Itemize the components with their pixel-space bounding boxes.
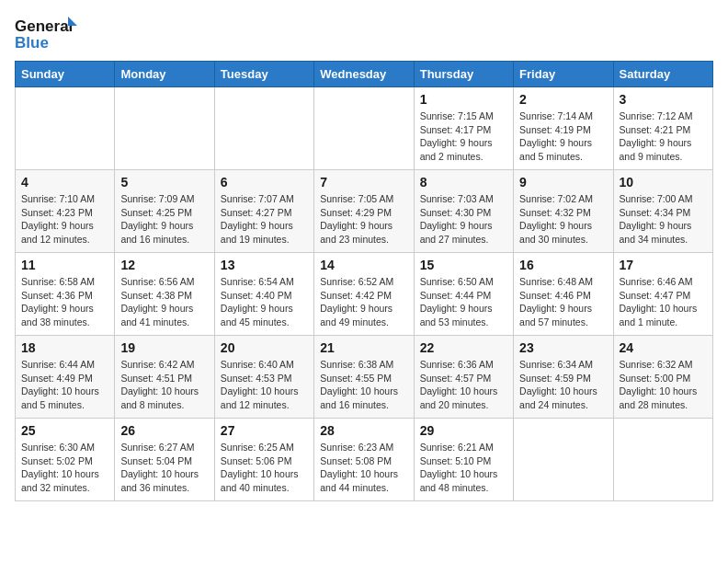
calendar-cell: 21Sunrise: 6:38 AMSunset: 4:55 PMDayligh… bbox=[314, 336, 414, 419]
day-number: 12 bbox=[120, 258, 208, 272]
calendar-week-4: 25Sunrise: 6:30 AMSunset: 5:02 PMDayligh… bbox=[16, 419, 713, 501]
weekday-header-monday: Monday bbox=[115, 62, 214, 87]
day-number: 22 bbox=[420, 340, 507, 355]
day-info: Sunrise: 6:44 AMSunset: 4:49 PMDaylight:… bbox=[21, 358, 108, 412]
calendar-cell: 8Sunrise: 7:03 AMSunset: 4:30 PMDaylight… bbox=[414, 170, 513, 253]
day-number: 15 bbox=[420, 258, 507, 272]
calendar-cell bbox=[314, 87, 414, 170]
calendar-cell: 22Sunrise: 6:36 AMSunset: 4:57 PMDayligh… bbox=[414, 336, 513, 419]
day-info: Sunrise: 7:00 AMSunset: 4:34 PMDaylight:… bbox=[620, 192, 707, 247]
calendar-cell: 16Sunrise: 6:48 AMSunset: 4:46 PMDayligh… bbox=[514, 253, 613, 336]
day-info: Sunrise: 7:09 AMSunset: 4:25 PMDaylight:… bbox=[120, 192, 208, 247]
calendar-cell: 3Sunrise: 7:12 AMSunset: 4:21 PMDaylight… bbox=[613, 87, 712, 170]
weekday-header-row: SundayMondayTuesdayWednesdayThursdayFrid… bbox=[16, 62, 713, 87]
day-number: 2 bbox=[519, 92, 607, 107]
day-info: Sunrise: 6:30 AMSunset: 5:02 PMDaylight:… bbox=[21, 441, 108, 495]
calendar-cell: 10Sunrise: 7:00 AMSunset: 4:34 PMDayligh… bbox=[613, 170, 712, 253]
weekday-header-friday: Friday bbox=[514, 62, 613, 87]
calendar-cell bbox=[115, 87, 214, 170]
calendar-cell: 12Sunrise: 6:56 AMSunset: 4:38 PMDayligh… bbox=[115, 253, 214, 336]
day-info: Sunrise: 6:34 AMSunset: 4:59 PMDaylight:… bbox=[519, 358, 607, 412]
day-info: Sunrise: 6:27 AMSunset: 5:04 PMDaylight:… bbox=[120, 441, 208, 495]
day-info: Sunrise: 6:38 AMSunset: 4:55 PMDaylight:… bbox=[320, 358, 407, 412]
day-info: Sunrise: 7:15 AMSunset: 4:17 PMDaylight:… bbox=[420, 109, 507, 164]
day-info: Sunrise: 6:23 AMSunset: 5:08 PMDaylight:… bbox=[320, 441, 407, 495]
weekday-header-tuesday: Tuesday bbox=[214, 62, 313, 87]
day-number: 17 bbox=[620, 258, 707, 272]
day-number: 18 bbox=[21, 340, 108, 355]
day-number: 25 bbox=[21, 423, 108, 438]
day-number: 16 bbox=[519, 258, 607, 272]
weekday-header-sunday: Sunday bbox=[16, 62, 115, 87]
day-number: 19 bbox=[120, 340, 208, 355]
svg-text:General: General bbox=[15, 17, 73, 35]
day-number: 28 bbox=[320, 423, 407, 438]
svg-text:Blue: Blue bbox=[15, 34, 49, 52]
calendar-cell: 29Sunrise: 6:21 AMSunset: 5:10 PMDayligh… bbox=[414, 419, 513, 501]
calendar-cell: 6Sunrise: 7:07 AMSunset: 4:27 PMDaylight… bbox=[214, 170, 313, 253]
day-number: 29 bbox=[420, 423, 507, 438]
day-number: 24 bbox=[620, 340, 707, 355]
weekday-header-thursday: Thursday bbox=[414, 62, 513, 87]
day-info: Sunrise: 7:02 AMSunset: 4:32 PMDaylight:… bbox=[519, 192, 607, 247]
day-number: 10 bbox=[620, 175, 707, 190]
calendar-cell: 20Sunrise: 6:40 AMSunset: 4:53 PMDayligh… bbox=[214, 336, 313, 419]
day-info: Sunrise: 7:10 AMSunset: 4:23 PMDaylight:… bbox=[21, 192, 108, 247]
calendar-cell: 19Sunrise: 6:42 AMSunset: 4:51 PMDayligh… bbox=[115, 336, 214, 419]
day-number: 26 bbox=[120, 423, 208, 438]
day-number: 20 bbox=[221, 340, 308, 355]
calendar-cell: 13Sunrise: 6:54 AMSunset: 4:40 PMDayligh… bbox=[214, 253, 313, 336]
day-info: Sunrise: 6:58 AMSunset: 4:36 PMDaylight:… bbox=[21, 275, 108, 329]
calendar-cell bbox=[613, 419, 712, 501]
day-number: 5 bbox=[120, 175, 208, 190]
calendar-cell: 11Sunrise: 6:58 AMSunset: 4:36 PMDayligh… bbox=[16, 253, 115, 336]
day-info: Sunrise: 6:21 AMSunset: 5:10 PMDaylight:… bbox=[420, 441, 507, 495]
day-number: 8 bbox=[420, 175, 507, 190]
calendar-week-3: 18Sunrise: 6:44 AMSunset: 4:49 PMDayligh… bbox=[16, 336, 713, 419]
calendar-cell: 25Sunrise: 6:30 AMSunset: 5:02 PMDayligh… bbox=[16, 419, 115, 501]
calendar-cell: 23Sunrise: 6:34 AMSunset: 4:59 PMDayligh… bbox=[514, 336, 613, 419]
calendar-table: SundayMondayTuesdayWednesdayThursdayFrid… bbox=[15, 61, 713, 501]
calendar-cell: 26Sunrise: 6:27 AMSunset: 5:04 PMDayligh… bbox=[115, 419, 214, 501]
day-info: Sunrise: 7:03 AMSunset: 4:30 PMDaylight:… bbox=[420, 192, 507, 247]
day-number: 4 bbox=[21, 175, 108, 190]
calendar-cell: 18Sunrise: 6:44 AMSunset: 4:49 PMDayligh… bbox=[16, 336, 115, 419]
day-number: 13 bbox=[221, 258, 308, 272]
calendar-cell: 9Sunrise: 7:02 AMSunset: 4:32 PMDaylight… bbox=[514, 170, 613, 253]
day-number: 7 bbox=[320, 175, 407, 190]
day-info: Sunrise: 7:07 AMSunset: 4:27 PMDaylight:… bbox=[221, 192, 308, 247]
day-info: Sunrise: 6:42 AMSunset: 4:51 PMDaylight:… bbox=[120, 358, 208, 412]
logo: GeneralBlue bbox=[15, 15, 79, 52]
weekday-header-wednesday: Wednesday bbox=[314, 62, 414, 87]
day-number: 3 bbox=[620, 92, 707, 107]
day-info: Sunrise: 6:56 AMSunset: 4:38 PMDaylight:… bbox=[120, 275, 208, 329]
day-info: Sunrise: 6:52 AMSunset: 4:42 PMDaylight:… bbox=[320, 275, 407, 329]
logo-svg: GeneralBlue bbox=[15, 15, 79, 52]
day-info: Sunrise: 7:12 AMSunset: 4:21 PMDaylight:… bbox=[620, 109, 707, 164]
day-number: 21 bbox=[320, 340, 407, 355]
page-header: GeneralBlue bbox=[15, 15, 713, 52]
calendar-cell bbox=[514, 419, 613, 501]
calendar-header: SundayMondayTuesdayWednesdayThursdayFrid… bbox=[16, 62, 713, 87]
day-number: 11 bbox=[21, 258, 108, 272]
day-number: 14 bbox=[320, 258, 407, 272]
day-info: Sunrise: 6:40 AMSunset: 4:53 PMDaylight:… bbox=[221, 358, 308, 412]
weekday-header-saturday: Saturday bbox=[613, 62, 712, 87]
day-info: Sunrise: 6:50 AMSunset: 4:44 PMDaylight:… bbox=[420, 275, 507, 329]
calendar-cell: 24Sunrise: 6:32 AMSunset: 5:00 PMDayligh… bbox=[613, 336, 712, 419]
day-info: Sunrise: 6:48 AMSunset: 4:46 PMDaylight:… bbox=[519, 275, 607, 329]
day-info: Sunrise: 6:25 AMSunset: 5:06 PMDaylight:… bbox=[221, 441, 308, 495]
calendar-cell: 7Sunrise: 7:05 AMSunset: 4:29 PMDaylight… bbox=[314, 170, 414, 253]
calendar-cell: 2Sunrise: 7:14 AMSunset: 4:19 PMDaylight… bbox=[514, 87, 613, 170]
day-number: 6 bbox=[221, 175, 308, 190]
calendar-cell: 15Sunrise: 6:50 AMSunset: 4:44 PMDayligh… bbox=[414, 253, 513, 336]
day-info: Sunrise: 7:05 AMSunset: 4:29 PMDaylight:… bbox=[320, 192, 407, 247]
calendar-cell bbox=[16, 87, 115, 170]
day-info: Sunrise: 6:54 AMSunset: 4:40 PMDaylight:… bbox=[221, 275, 308, 329]
calendar-week-1: 4Sunrise: 7:10 AMSunset: 4:23 PMDaylight… bbox=[16, 170, 713, 253]
day-info: Sunrise: 7:14 AMSunset: 4:19 PMDaylight:… bbox=[519, 109, 607, 164]
day-info: Sunrise: 6:46 AMSunset: 4:47 PMDaylight:… bbox=[620, 275, 707, 329]
calendar-cell: 5Sunrise: 7:09 AMSunset: 4:25 PMDaylight… bbox=[115, 170, 214, 253]
calendar-cell: 27Sunrise: 6:25 AMSunset: 5:06 PMDayligh… bbox=[214, 419, 313, 501]
day-number: 23 bbox=[519, 340, 607, 355]
